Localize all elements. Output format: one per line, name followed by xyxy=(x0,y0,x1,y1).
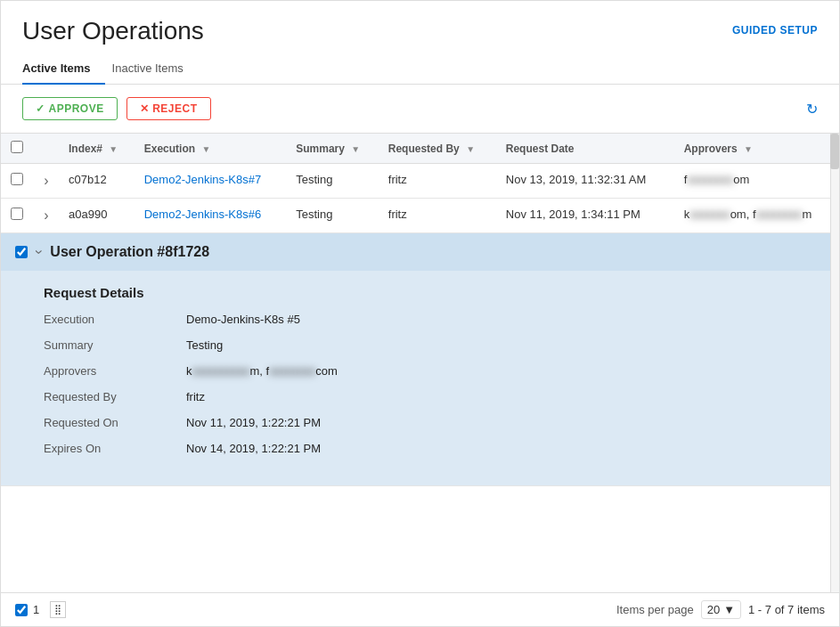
items-per-page-select[interactable]: 20 ▼ xyxy=(701,600,741,619)
tab-inactive-items[interactable]: Inactive Items xyxy=(112,53,198,84)
col-select-all[interactable] xyxy=(1,134,33,164)
row2-requested-by: fritz xyxy=(379,199,497,233)
page-title: User Operations xyxy=(22,17,204,45)
items-per-page-value: 20 xyxy=(707,603,720,616)
detail-execution: Execution Demo-Jenkins-K8s #5 xyxy=(44,313,818,326)
expanded-row-title: User Operation #8f1728 xyxy=(50,244,209,260)
col-request-date[interactable]: Request Date xyxy=(497,134,675,164)
tab-active-items[interactable]: Active Items xyxy=(22,53,105,84)
row1-checkbox[interactable] xyxy=(11,173,23,185)
row2-approvers: kxxxxxxxom, fxxxxxxxxm xyxy=(675,199,839,233)
footer-column-icon[interactable]: ⣿ xyxy=(50,601,66,618)
guided-setup-link[interactable]: GUIDED SETUP xyxy=(732,24,818,37)
total-items-label: 1 - 7 of 7 items xyxy=(748,603,825,616)
row2-summary: Testing xyxy=(287,199,379,233)
row1-requested-by: fritz xyxy=(379,164,497,199)
detail-requested-by: Requested By fritz xyxy=(44,390,818,403)
footer-selected-count: 1 xyxy=(33,603,39,616)
chevron-down-icon: ▼ xyxy=(723,603,735,616)
row1-expand[interactable] xyxy=(33,164,60,199)
row2-request-date: Nov 11, 2019, 1:34:11 PM xyxy=(497,199,675,233)
footer-right: Items per page 20 ▼ 1 - 7 of 7 items xyxy=(616,600,825,619)
expand-icon xyxy=(44,209,48,223)
sort-index-icon[interactable]: ▼ xyxy=(109,144,118,154)
table-container: Index# ▼ Execution ▼ Summary ▼ Requested… xyxy=(1,133,839,592)
select-all-checkbox[interactable] xyxy=(11,141,23,153)
row1-summary: Testing xyxy=(287,164,379,199)
footer: 1 ⣿ Items per page 20 ▼ 1 - 7 of 7 items xyxy=(1,592,839,626)
col-index[interactable]: Index# ▼ xyxy=(60,134,135,164)
col-summary[interactable]: Summary ▼ xyxy=(287,134,379,164)
expanded-row-checkbox[interactable] xyxy=(15,246,28,258)
footer-checkbox[interactable] xyxy=(15,604,28,616)
check-icon xyxy=(36,102,45,115)
x-icon xyxy=(140,102,150,115)
detail-summary: Summary Testing xyxy=(44,338,818,352)
row1-checkbox-cell[interactable] xyxy=(1,164,33,199)
reject-button[interactable]: REJECT xyxy=(126,97,211,120)
row1-index: c07b12 xyxy=(60,164,135,199)
sort-requested-by-icon[interactable]: ▼ xyxy=(466,144,475,154)
detail-approvers: Approvers kxxxxxxxxxxm, fxxxxxxxxcom xyxy=(44,364,818,378)
row2-expand[interactable] xyxy=(33,199,60,233)
row2-checkbox-cell[interactable] xyxy=(1,199,33,233)
detail-expires-on: Expires On Nov 14, 2019, 1:22:21 PM xyxy=(44,442,818,455)
toolbar: APPROVE REJECT xyxy=(1,85,839,133)
row2-checkbox[interactable] xyxy=(11,208,23,220)
sort-approvers-icon[interactable]: ▼ xyxy=(744,144,753,154)
sort-summary-icon[interactable]: ▼ xyxy=(351,144,360,154)
col-expand xyxy=(33,134,60,164)
sort-execution-icon[interactable]: ▼ xyxy=(201,144,210,154)
items-per-page-label: Items per page xyxy=(616,603,694,616)
table-row: c07b12 Demo2-Jenkins-K8s#7 Testing fritz… xyxy=(1,164,839,199)
expanded-row-cell: User Operation #8f1728 Request Details E… xyxy=(1,233,839,486)
row1-request-date: Nov 13, 2019, 11:32:31 AM xyxy=(497,164,675,199)
refresh-icon xyxy=(806,102,818,117)
table-row: a0a990 Demo2-Jenkins-K8s#6 Testing fritz… xyxy=(1,199,839,233)
expand-icon xyxy=(44,175,48,188)
row1-approvers: fxxxxxxxxom xyxy=(675,164,839,199)
scrollbar[interactable] xyxy=(830,134,839,592)
expanded-row-header: User Operation #8f1728 xyxy=(1,233,839,271)
items-table: Index# ▼ Execution ▼ Summary ▼ Requested… xyxy=(1,134,839,486)
row2-index: a0a990 xyxy=(60,199,135,233)
detail-requested-on: Requested On Nov 11, 2019, 1:22:21 PM xyxy=(44,416,818,429)
refresh-button[interactable] xyxy=(806,101,818,118)
col-execution[interactable]: Execution ▼ xyxy=(135,134,288,164)
col-requested-by[interactable]: Requested By ▼ xyxy=(379,134,497,164)
request-details-heading: Request Details xyxy=(44,285,818,300)
collapse-icon[interactable] xyxy=(37,244,41,260)
col-approvers[interactable]: Approvers ▼ xyxy=(675,134,839,164)
row1-execution[interactable]: Demo2-Jenkins-K8s#7 xyxy=(135,164,288,199)
footer-selected: 1 ⣿ xyxy=(15,601,66,618)
expanded-details: Request Details Execution Demo-Jenkins-K… xyxy=(1,271,839,485)
approve-button[interactable]: APPROVE xyxy=(22,97,118,120)
expanded-row: User Operation #8f1728 Request Details E… xyxy=(1,233,839,486)
tabs-bar: Active Items Inactive Items xyxy=(1,53,839,85)
scroll-thumb[interactable] xyxy=(830,134,839,169)
row2-execution[interactable]: Demo2-Jenkins-K8s#6 xyxy=(135,199,288,233)
